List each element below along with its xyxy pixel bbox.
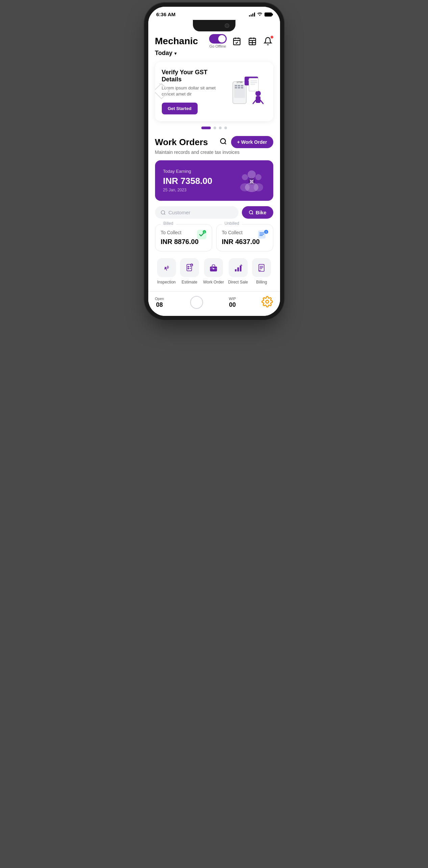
work-order-icon-wrap <box>204 258 223 277</box>
get-started-button[interactable]: Get Started <box>162 103 198 114</box>
action-inspection[interactable]: Inspection <box>157 258 176 284</box>
search-row: Customer Bike <box>155 206 273 219</box>
svg-rect-53 <box>187 266 189 268</box>
bike-search-label: Bike <box>256 210 267 215</box>
carousel-dot-2[interactable] <box>213 127 216 129</box>
carousel-dots <box>155 127 273 129</box>
nav-wip-value: 00 <box>229 301 236 308</box>
billing-icon-wrap <box>252 258 271 277</box>
banner-decoration-icon <box>155 82 171 100</box>
svg-point-39 <box>161 211 165 214</box>
billed-card: Billed To Collect INR 8876.00 ! <box>155 224 212 251</box>
chevron-down-icon: ▾ <box>174 51 177 56</box>
search-icon-button[interactable] <box>220 138 227 146</box>
action-billing[interactable]: Billing <box>252 258 271 284</box>
direct-sale-icon <box>233 262 244 273</box>
bike-search-icon <box>249 210 254 215</box>
toggle-track[interactable] <box>209 34 227 44</box>
home-circle-icon <box>190 296 203 309</box>
phone-frame: 6:36 AM <box>148 7 280 316</box>
toggle-label: Go Offline <box>209 44 226 48</box>
toggle-thumb <box>218 35 226 43</box>
calendar-check-button[interactable] <box>231 36 242 47</box>
phone-screen: 6:36 AM <box>148 7 280 316</box>
status-bar: 6:36 AM <box>148 7 280 20</box>
work-order-label: Work Order <box>203 280 224 284</box>
collect-cards-row: Billed To Collect INR 8876.00 ! Unbilled <box>155 224 273 251</box>
billing-icon <box>256 262 267 273</box>
banner-left: Verify Your GST Details Lorem ipsum doll… <box>162 69 226 114</box>
gst-banner-card: Verify Your GST Details Lorem ipsum doll… <box>155 62 273 121</box>
notification-dot <box>271 36 273 38</box>
carousel-dot-1[interactable] <box>201 127 211 129</box>
add-work-order-button[interactable]: + Work Order <box>231 136 273 148</box>
unbilled-tag: Unbilled <box>222 221 242 226</box>
carousel-dot-3[interactable] <box>219 127 222 129</box>
nav-open[interactable]: Open 08 <box>155 297 164 308</box>
svg-rect-54 <box>187 268 189 269</box>
calendar-grid-button[interactable] <box>247 36 258 47</box>
svg-rect-28 <box>250 84 255 85</box>
svg-rect-27 <box>250 82 257 83</box>
svg-line-23 <box>253 100 256 104</box>
wifi-icon <box>257 12 262 17</box>
svg-rect-69 <box>260 268 262 269</box>
unbilled-icon: ! <box>257 228 269 241</box>
date-filter[interactable]: Today ▾ <box>155 50 273 57</box>
svg-point-33 <box>255 174 261 180</box>
svg-point-35 <box>240 183 250 191</box>
action-work-order[interactable]: Work Order <box>203 258 224 284</box>
estimate-icon-wrap: $ <box>180 258 199 277</box>
work-orders-header: Work Orders + Work Order <box>155 136 273 148</box>
nav-center-button[interactable] <box>190 296 203 309</box>
quick-actions: Inspection $ <box>155 258 273 284</box>
svg-line-40 <box>164 214 165 215</box>
svg-rect-67 <box>260 266 263 267</box>
svg-rect-13 <box>238 85 240 86</box>
banner-desc: Lorem ipsum dollar sit amet concet amet … <box>162 85 226 97</box>
unbilled-card: Unbilled To Collect INR 4637.00 ! <box>216 224 273 251</box>
work-orders-subtitle: Maintain records and create tax invoices <box>155 150 273 155</box>
earnings-amount: INR 7358.00 <box>163 176 212 186</box>
svg-rect-48 <box>259 234 264 235</box>
svg-point-71 <box>266 300 269 303</box>
svg-point-70 <box>191 296 203 308</box>
svg-point-32 <box>242 174 248 180</box>
carousel-dot-4[interactable] <box>224 127 227 129</box>
earnings-card: Today Earning INR 7358.00 25 Jan, 2023 <box>155 160 273 201</box>
notch <box>193 20 235 31</box>
camera-notch <box>225 23 229 28</box>
bike-search-button[interactable]: Bike <box>242 206 273 219</box>
svg-point-31 <box>248 170 256 179</box>
svg-rect-56 <box>190 268 191 269</box>
bottom-nav: Open 08 WIP 00 <box>148 291 280 316</box>
action-estimate[interactable]: $ Estimate <box>180 258 199 284</box>
app-header: Mechanic Go Offline <box>155 34 273 48</box>
earnings-date: 25 Jan, 2023 <box>163 188 212 192</box>
svg-point-41 <box>249 211 253 214</box>
estimate-icon: $ <box>184 262 195 273</box>
go-offline-toggle[interactable]: Go Offline <box>209 34 227 48</box>
mechanic-group-icon <box>238 167 265 194</box>
svg-rect-17 <box>241 87 243 88</box>
nav-open-value: 08 <box>156 301 163 308</box>
inspection-label: Inspection <box>157 280 176 284</box>
work-orders-title: Work Orders <box>155 137 208 147</box>
tax-illustration: TAX 1738 <box>226 75 267 109</box>
direct-sale-icon-wrap <box>229 258 248 277</box>
customer-search-bar[interactable]: Customer <box>155 206 238 219</box>
direct-sale-label: Direct Sale <box>228 280 248 284</box>
customer-search-placeholder: Customer <box>169 210 191 215</box>
settings-gear-icon <box>261 296 273 307</box>
svg-text:!: ! <box>204 231 205 234</box>
nav-wip: WIP 00 <box>229 297 236 308</box>
inspection-icon <box>161 262 172 273</box>
app-title: Mechanic <box>155 36 198 47</box>
bell-button[interactable] <box>262 36 273 47</box>
action-direct-sale[interactable]: Direct Sale <box>228 258 248 284</box>
estimate-label: Estimate <box>182 280 198 284</box>
svg-rect-49 <box>259 235 263 236</box>
earnings-label: Today Earning <box>163 169 212 174</box>
settings-gear-button[interactable] <box>261 296 273 309</box>
svg-text:1738: 1738 <box>236 81 243 84</box>
